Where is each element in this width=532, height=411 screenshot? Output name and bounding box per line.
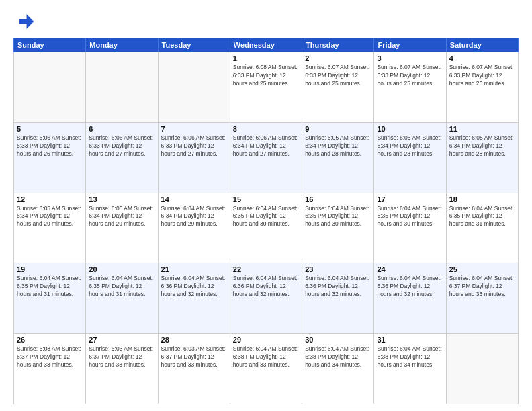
calendar-cell [446,334,518,404]
day-number: 6 [89,125,154,133]
day-info: Sunrise: 6:04 AM Sunset: 6:35 PM Dayligh… [449,205,515,229]
calendar-week-row: 26Sunrise: 6:03 AM Sunset: 6:37 PM Dayli… [14,334,519,404]
day-info: Sunrise: 6:06 AM Sunset: 6:34 PM Dayligh… [233,134,299,158]
calendar-cell: 25Sunrise: 6:04 AM Sunset: 6:37 PM Dayli… [446,263,518,334]
calendar-header-thursday: Thursday [302,38,374,52]
day-info: Sunrise: 6:05 AM Sunset: 6:34 PM Dayligh… [305,134,371,158]
day-info: Sunrise: 6:04 AM Sunset: 6:36 PM Dayligh… [305,275,371,299]
day-number: 28 [161,336,227,344]
day-info: Sunrise: 6:07 AM Sunset: 6:33 PM Dayligh… [377,64,443,88]
calendar-cell: 29Sunrise: 6:04 AM Sunset: 6:38 PM Dayli… [230,334,302,404]
day-info: Sunrise: 6:05 AM Sunset: 6:34 PM Dayligh… [377,134,443,158]
day-number: 29 [233,336,299,344]
day-number: 31 [377,336,443,344]
day-info: Sunrise: 6:03 AM Sunset: 6:37 PM Dayligh… [161,345,227,369]
calendar-cell: 4Sunrise: 6:07 AM Sunset: 6:33 PM Daylig… [446,52,518,123]
calendar-header-row: SundayMondayTuesdayWednesdayThursdayFrid… [14,38,519,52]
day-number: 10 [377,125,443,133]
day-info: Sunrise: 6:04 AM Sunset: 6:35 PM Dayligh… [17,275,83,299]
day-info: Sunrise: 6:06 AM Sunset: 6:33 PM Dayligh… [17,134,83,158]
day-info: Sunrise: 6:03 AM Sunset: 6:37 PM Dayligh… [89,345,154,369]
day-info: Sunrise: 6:04 AM Sunset: 6:35 PM Dayligh… [305,205,371,229]
calendar-cell: 5Sunrise: 6:06 AM Sunset: 6:33 PM Daylig… [14,122,86,193]
day-number: 3 [377,54,443,62]
calendar-cell: 23Sunrise: 6:04 AM Sunset: 6:36 PM Dayli… [302,263,374,334]
calendar-cell: 8Sunrise: 6:06 AM Sunset: 6:34 PM Daylig… [230,122,302,193]
day-info: Sunrise: 6:04 AM Sunset: 6:35 PM Dayligh… [377,205,443,229]
calendar-cell: 17Sunrise: 6:04 AM Sunset: 6:35 PM Dayli… [374,193,446,263]
day-number: 4 [449,54,515,62]
calendar-cell: 21Sunrise: 6:04 AM Sunset: 6:36 PM Dayli… [158,263,230,334]
calendar-table: SundayMondayTuesdayWednesdayThursdayFrid… [13,38,519,404]
calendar-cell: 16Sunrise: 6:04 AM Sunset: 6:35 PM Dayli… [302,193,374,263]
day-number: 30 [305,336,371,344]
day-info: Sunrise: 6:06 AM Sunset: 6:33 PM Dayligh… [89,134,154,158]
logo [13,11,38,32]
day-info: Sunrise: 6:04 AM Sunset: 6:35 PM Dayligh… [89,275,154,299]
calendar-cell: 20Sunrise: 6:04 AM Sunset: 6:35 PM Dayli… [86,263,158,334]
day-number: 1 [233,54,299,62]
day-number: 9 [305,125,371,133]
calendar-week-row: 12Sunrise: 6:05 AM Sunset: 6:34 PM Dayli… [14,193,519,263]
day-number: 21 [161,265,227,273]
calendar-header-friday: Friday [374,38,446,52]
calendar-cell: 7Sunrise: 6:06 AM Sunset: 6:33 PM Daylig… [158,122,230,193]
calendar-cell: 14Sunrise: 6:04 AM Sunset: 6:34 PM Dayli… [158,193,230,263]
day-number: 12 [17,195,83,203]
svg-marker-1 [19,14,34,28]
day-info: Sunrise: 6:04 AM Sunset: 6:38 PM Dayligh… [305,345,371,369]
calendar-header-monday: Monday [86,38,158,52]
calendar-cell: 22Sunrise: 6:04 AM Sunset: 6:36 PM Dayli… [230,263,302,334]
calendar-header-sunday: Sunday [14,38,86,52]
calendar-cell: 26Sunrise: 6:03 AM Sunset: 6:37 PM Dayli… [14,334,86,404]
day-number: 17 [377,195,443,203]
calendar-cell: 2Sunrise: 6:07 AM Sunset: 6:33 PM Daylig… [302,52,374,123]
day-info: Sunrise: 6:04 AM Sunset: 6:36 PM Dayligh… [233,275,299,299]
day-info: Sunrise: 6:04 AM Sunset: 6:34 PM Dayligh… [161,205,227,229]
day-number: 20 [89,265,154,273]
calendar-cell: 13Sunrise: 6:05 AM Sunset: 6:34 PM Dayli… [86,193,158,263]
day-info: Sunrise: 6:07 AM Sunset: 6:33 PM Dayligh… [305,64,371,88]
day-number: 18 [449,195,515,203]
calendar-cell [14,52,86,123]
day-number: 22 [233,265,299,273]
calendar-cell [86,52,158,123]
day-info: Sunrise: 6:05 AM Sunset: 6:34 PM Dayligh… [89,205,154,229]
day-number: 2 [305,54,371,62]
day-info: Sunrise: 6:04 AM Sunset: 6:36 PM Dayligh… [161,275,227,299]
calendar-cell: 12Sunrise: 6:05 AM Sunset: 6:34 PM Dayli… [14,193,86,263]
day-number: 19 [17,265,83,273]
calendar-cell: 9Sunrise: 6:05 AM Sunset: 6:34 PM Daylig… [302,122,374,193]
day-number: 7 [161,125,227,133]
calendar-cell: 24Sunrise: 6:04 AM Sunset: 6:36 PM Dayli… [374,263,446,334]
day-number: 26 [17,336,83,344]
calendar-cell [158,52,230,123]
calendar-cell: 3Sunrise: 6:07 AM Sunset: 6:33 PM Daylig… [374,52,446,123]
calendar-cell: 27Sunrise: 6:03 AM Sunset: 6:37 PM Dayli… [86,334,158,404]
day-number: 25 [449,265,515,273]
day-info: Sunrise: 6:04 AM Sunset: 6:36 PM Dayligh… [377,275,443,299]
day-number: 27 [89,336,154,344]
calendar-cell: 6Sunrise: 6:06 AM Sunset: 6:33 PM Daylig… [86,122,158,193]
page: SundayMondayTuesdayWednesdayThursdayFrid… [0,0,532,411]
calendar-header-tuesday: Tuesday [158,38,230,52]
calendar-cell: 30Sunrise: 6:04 AM Sunset: 6:38 PM Dayli… [302,334,374,404]
calendar-cell: 31Sunrise: 6:04 AM Sunset: 6:38 PM Dayli… [374,334,446,404]
calendar-cell: 19Sunrise: 6:04 AM Sunset: 6:35 PM Dayli… [14,263,86,334]
logo-icon [13,11,35,32]
calendar-cell: 11Sunrise: 6:05 AM Sunset: 6:34 PM Dayli… [446,122,518,193]
calendar-cell: 1Sunrise: 6:08 AM Sunset: 6:33 PM Daylig… [230,52,302,123]
day-info: Sunrise: 6:04 AM Sunset: 6:35 PM Dayligh… [233,205,299,229]
calendar-header-saturday: Saturday [446,38,518,52]
day-number: 24 [377,265,443,273]
day-info: Sunrise: 6:06 AM Sunset: 6:33 PM Dayligh… [161,134,227,158]
header [13,11,519,32]
day-number: 14 [161,195,227,203]
day-number: 8 [233,125,299,133]
day-info: Sunrise: 6:05 AM Sunset: 6:34 PM Dayligh… [17,205,83,229]
day-info: Sunrise: 6:04 AM Sunset: 6:37 PM Dayligh… [449,275,515,299]
calendar-week-row: 5Sunrise: 6:06 AM Sunset: 6:33 PM Daylig… [14,122,519,193]
day-info: Sunrise: 6:03 AM Sunset: 6:37 PM Dayligh… [17,345,83,369]
day-number: 5 [17,125,83,133]
calendar-cell: 10Sunrise: 6:05 AM Sunset: 6:34 PM Dayli… [374,122,446,193]
